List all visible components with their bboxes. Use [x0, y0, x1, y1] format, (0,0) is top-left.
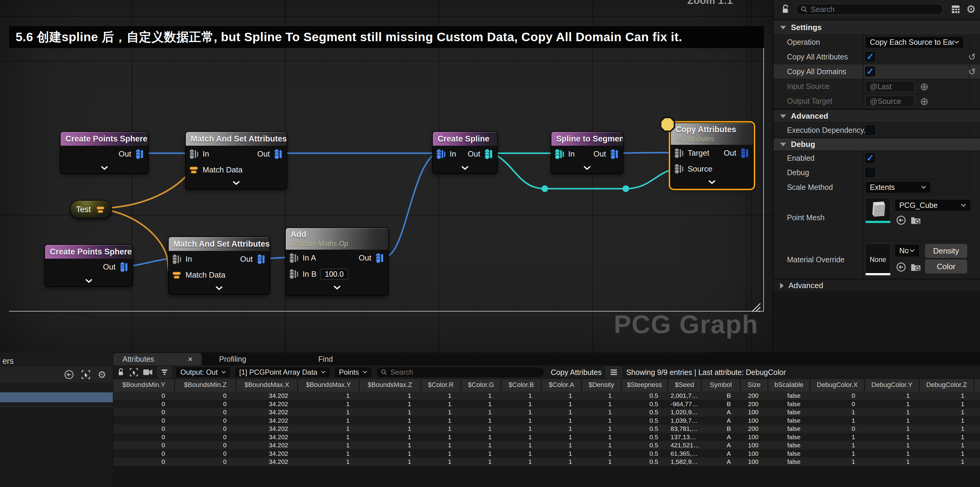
- column-header[interactable]: $Seed: [668, 379, 702, 391]
- column-header[interactable]: $Steepness: [622, 379, 668, 391]
- scale-method-dropdown[interactable]: Extents: [865, 181, 931, 193]
- node-create-spline[interactable]: Create Spline In Out: [432, 131, 498, 174]
- tab-profiling[interactable]: Profiling: [210, 353, 255, 365]
- data-source-dropdown[interactable]: [1] PCGPoint Array Data: [235, 367, 330, 378]
- browse-to-asset-icon[interactable]: [910, 262, 921, 272]
- column-header[interactable]: Deb...: [974, 379, 980, 391]
- section-settings[interactable]: Settings: [773, 20, 980, 35]
- node-add-attribute-maths[interactable]: Add Attribute Maths Op In A Out In B 100…: [285, 227, 389, 296]
- match-data-pin[interactable]: [189, 164, 199, 175]
- column-header[interactable]: $Color.G: [461, 379, 501, 391]
- match-data-pin[interactable]: [172, 270, 182, 280]
- column-header[interactable]: DebugColor.Z: [920, 379, 974, 391]
- column-header[interactable]: $BoundsMin.Z: [175, 379, 237, 391]
- copy-all-attributes-checkbox[interactable]: ✓: [865, 52, 875, 62]
- output-pin[interactable]: [274, 149, 284, 160]
- enabled-checkbox[interactable]: ✓: [865, 153, 875, 163]
- close-icon[interactable]: ×: [188, 354, 193, 364]
- table-row[interactable]: 0034.20211111110.561,365,…A100false111: [113, 449, 980, 458]
- use-selected-asset-icon[interactable]: [896, 262, 906, 272]
- table-row[interactable]: 0034.20211111110.583,781,…B200false011: [113, 425, 980, 433]
- table-row[interactable]: 0034.20211111110.5137,13…A100false111: [113, 433, 980, 441]
- input-pin-a[interactable]: [289, 253, 299, 263]
- output-pin[interactable]: [119, 262, 129, 273]
- browse-to-asset-icon[interactable]: [910, 215, 921, 225]
- color-button[interactable]: Color: [925, 260, 967, 273]
- section-advanced[interactable]: Advanced: [773, 109, 980, 123]
- node-test-reroute[interactable]: Test: [70, 200, 112, 219]
- column-header[interactable]: $BoundsMax.Y: [298, 379, 360, 391]
- target-pin[interactable]: [674, 148, 684, 159]
- chevron-down-icon[interactable]: [584, 166, 591, 170]
- filter-button[interactable]: [157, 367, 172, 378]
- input-pin-b[interactable]: [289, 268, 299, 279]
- node-match-and-set-attributes-2[interactable]: Match And Set Attributes In Out Match Da…: [168, 236, 270, 295]
- reroute-node-2[interactable]: [622, 185, 629, 192]
- column-header[interactable]: DebugColor.X: [810, 379, 865, 391]
- column-header[interactable]: Size: [741, 379, 768, 391]
- details-search-input[interactable]: [811, 5, 939, 14]
- column-header[interactable]: bScalable: [768, 379, 810, 391]
- column-header[interactable]: $Color.A: [542, 379, 582, 391]
- column-header[interactable]: $BoundsMin.Y: [113, 379, 175, 391]
- in-b-value-input[interactable]: 100.0: [320, 268, 348, 280]
- marquee-select-icon[interactable]: [81, 369, 91, 380]
- chevron-down-icon[interactable]: [85, 279, 92, 283]
- chevron-down-icon[interactable]: [215, 286, 223, 290]
- chevron-down-icon[interactable]: [461, 166, 469, 170]
- material-dropdown[interactable]: No: [894, 244, 920, 257]
- output-pin[interactable]: [256, 254, 267, 265]
- add-selector-icon[interactable]: ⊕: [920, 95, 929, 107]
- lock-icon[interactable]: [117, 367, 125, 377]
- node-spline-to-segment[interactable]: Spline to Segment In Out: [551, 131, 624, 174]
- domain-dropdown[interactable]: Points: [334, 367, 372, 378]
- column-header[interactable]: $Density: [582, 379, 622, 391]
- reroute-node-1[interactable]: [541, 185, 548, 192]
- table-row[interactable]: 0034.20211111110.51,039,7…A100false111: [113, 417, 980, 425]
- output-pin[interactable]: [484, 149, 494, 160]
- resize-handle-icon[interactable]: [749, 300, 762, 313]
- column-header[interactable]: $Color.B: [501, 379, 542, 391]
- input-pin[interactable]: [554, 149, 565, 160]
- marquee-select-icon[interactable]: [129, 367, 139, 377]
- output-target-field[interactable]: @Source: [865, 96, 915, 107]
- unlock-icon[interactable]: [781, 4, 790, 15]
- tab-find[interactable]: Find: [309, 353, 342, 365]
- tab-attributes[interactable]: Attributes ×: [113, 353, 202, 365]
- column-header[interactable]: $BoundsMax.Z: [360, 379, 421, 391]
- add-selector-icon[interactable]: ⊕: [920, 80, 929, 93]
- table-row[interactable]: 0034.20211111110.51,020,9…A100false111: [113, 408, 980, 417]
- column-header[interactable]: Symbol: [702, 379, 741, 391]
- column-header[interactable]: $Color.R: [421, 379, 461, 391]
- chevron-down-icon[interactable]: [708, 180, 716, 184]
- output-pin[interactable]: [609, 149, 620, 160]
- column-header[interactable]: $BoundsMax.X: [237, 379, 298, 391]
- graph-canvas[interactable]: Zoom 1:1 Create Points Sphere Out: [0, 0, 773, 353]
- debug-checkbox[interactable]: [865, 168, 875, 177]
- chevron-down-icon[interactable]: [334, 286, 340, 290]
- navigate-back-icon[interactable]: [64, 369, 74, 380]
- left-panel-gear-icon[interactable]: ⚙: [97, 369, 106, 380]
- density-button[interactable]: Density: [925, 244, 967, 258]
- node-create-points-sphere-2[interactable]: Create Points Sphere Out: [45, 244, 133, 287]
- point-mesh-dropdown[interactable]: PCG_Cube: [894, 199, 971, 211]
- output-pin[interactable]: [375, 253, 385, 263]
- node-create-points-sphere-1[interactable]: Create Points Sphere Out: [60, 131, 149, 174]
- input-pin[interactable]: [172, 254, 182, 265]
- section-debug[interactable]: Debug: [773, 137, 980, 151]
- node-copy-attributes[interactable]: Copy Attributes All Attributes Target Ou…: [670, 123, 754, 189]
- execution-dependency-checkbox[interactable]: [865, 125, 875, 135]
- output-pin[interactable]: [740, 148, 750, 159]
- reset-to-default-icon[interactable]: ↺: [968, 66, 976, 77]
- display-grid-icon[interactable]: [951, 4, 961, 14]
- use-selected-asset-icon[interactable]: [896, 215, 906, 225]
- input-source-field[interactable]: @Last: [865, 81, 915, 92]
- section-advanced-bottom[interactable]: Advanced: [773, 279, 980, 292]
- chevron-down-icon[interactable]: [232, 181, 240, 185]
- input-pin[interactable]: [436, 149, 446, 160]
- output-pin-dropdown[interactable]: Output: Out: [176, 367, 231, 378]
- input-pin[interactable]: [189, 149, 199, 160]
- copy-all-domains-checkbox[interactable]: ✓: [865, 67, 875, 76]
- node-match-and-set-attributes-1[interactable]: Match And Set Attributes In Out Match Da…: [185, 131, 287, 190]
- table-row[interactable]: 0034.20211111110.5421,521…A100false111: [113, 441, 980, 449]
